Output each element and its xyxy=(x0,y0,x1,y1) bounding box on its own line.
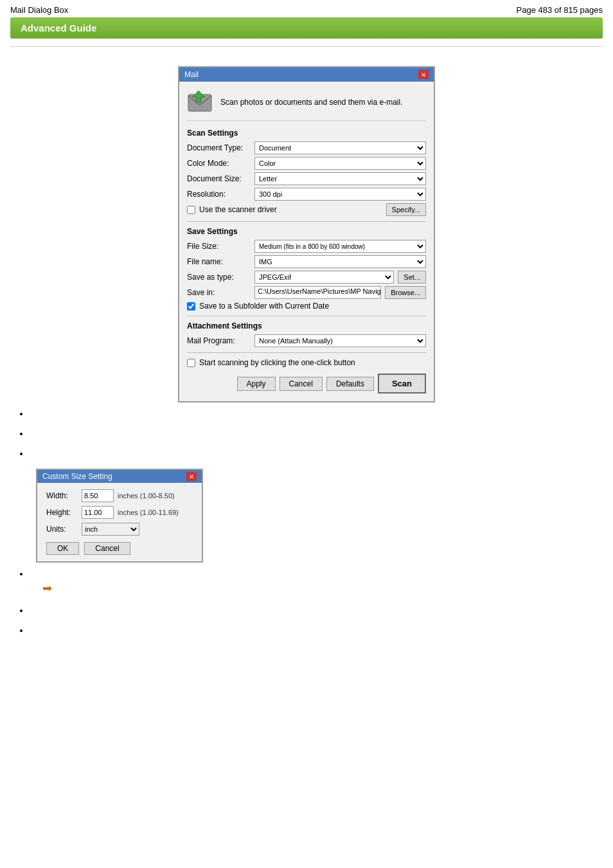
save-in-row: Save in: C:\Users\UserName\Pictures\MP N… xyxy=(187,286,426,299)
section-divider-3 xyxy=(187,352,426,353)
height-row: Height: inches (1.00-11.69) xyxy=(46,506,193,519)
width-row: Width: inches (1.00-8.50) xyxy=(46,489,193,502)
bullet-item-6 xyxy=(30,626,603,635)
file-name-row: File name: IMG xyxy=(187,255,426,268)
resolution-select[interactable]: 300 dpi xyxy=(254,188,426,201)
custom-size-dialog: Custom Size Setting ✕ Width: inches (1.0… xyxy=(36,469,203,563)
dialog-body: Scan photos or documents and send them v… xyxy=(179,82,434,401)
save-as-type-row: Save as type: JPEG/Exif Set... xyxy=(187,271,426,284)
main-content: Mail ✕ Scan photos or documents and send… xyxy=(0,55,613,651)
height-hint: inches (1.00-11.69) xyxy=(118,509,179,516)
scan-button[interactable]: Scan xyxy=(378,374,426,393)
dialog-titlebar: Mail ✕ xyxy=(179,68,434,82)
use-scanner-driver-label: Use the scanner driver xyxy=(199,205,277,214)
page-title-left: Mail Dialog Box xyxy=(10,5,68,15)
page-title-right: Page 483 of 815 pages xyxy=(517,5,603,15)
document-size-select[interactable]: Letter xyxy=(254,172,426,185)
use-scanner-driver-row: Use the scanner driver Specify... xyxy=(187,203,426,216)
save-in-label: Save in: xyxy=(187,288,254,297)
dialog-icon-row: Scan photos or documents and send them v… xyxy=(187,89,426,121)
file-size-label: File Size: xyxy=(187,242,254,251)
start-scanning-row: Start scanning by clicking the one-click… xyxy=(187,358,426,367)
specify-button[interactable]: Specify... xyxy=(386,203,426,216)
custom-dialog-title-label: Custom Size Setting xyxy=(42,472,112,481)
save-subfolder-checkbox[interactable] xyxy=(187,302,195,311)
page-header: Mail Dialog Box Page 483 of 815 pages xyxy=(0,0,613,17)
mail-program-row: Mail Program: None (Attach Manually) xyxy=(187,334,426,347)
dialog-title: Mail xyxy=(184,70,199,79)
save-as-type-select[interactable]: JPEG/Exif xyxy=(254,271,394,284)
file-size-select[interactable]: Medium (fits in a 800 by 600 window) xyxy=(254,240,426,253)
advanced-guide-banner: Advanced Guide xyxy=(10,17,603,39)
file-size-row: File Size: Medium (fits in a 800 by 600 … xyxy=(187,240,426,253)
mail-dialog: Mail ✕ Scan photos or documents and send… xyxy=(178,66,435,402)
mail-program-label: Mail Program: xyxy=(187,336,254,345)
cancel-button[interactable]: Cancel xyxy=(280,377,323,391)
units-label: Units: xyxy=(46,525,82,534)
bullet-list-2: ➡ xyxy=(10,569,603,635)
header-divider xyxy=(10,46,603,47)
bullet-item-2 xyxy=(30,429,603,439)
arrow-icon: ➡ xyxy=(42,581,603,595)
resolution-label: Resolution: xyxy=(187,190,254,199)
color-mode-select[interactable]: Color xyxy=(254,157,426,170)
mail-icon xyxy=(187,89,213,115)
set-button[interactable]: Set... xyxy=(398,271,426,284)
defaults-button[interactable]: Defaults xyxy=(326,377,374,391)
custom-cancel-button[interactable]: Cancel xyxy=(84,542,130,555)
mail-program-select[interactable]: None (Attach Manually) xyxy=(254,334,426,347)
save-in-path: C:\Users\UserName\Pictures\MP Navigat xyxy=(254,286,381,299)
scan-settings-title: Scan Settings xyxy=(187,129,426,138)
banner-label: Advanced Guide xyxy=(21,23,96,33)
save-subfolder-row: Save to a Subfolder with Current Date xyxy=(187,302,426,311)
color-mode-label: Color Mode: xyxy=(187,159,254,168)
custom-ok-button[interactable]: OK xyxy=(46,542,79,555)
document-size-row: Document Size: Letter xyxy=(187,172,426,185)
document-type-label: Document Type: xyxy=(187,143,254,152)
width-input[interactable] xyxy=(82,489,114,502)
start-scanning-label: Start scanning by clicking the one-click… xyxy=(199,358,355,367)
save-settings-title: Save Settings xyxy=(187,227,426,236)
bullet-list xyxy=(10,409,603,458)
height-input[interactable] xyxy=(82,506,114,519)
bullet-item-5 xyxy=(30,606,603,615)
file-name-label: File name: xyxy=(187,257,254,266)
bullet-item-3 xyxy=(30,449,603,458)
custom-dialog-body: Width: inches (1.00-8.50) Height: inches… xyxy=(37,483,202,561)
section-divider-1 xyxy=(187,221,426,222)
width-hint: inches (1.00-8.50) xyxy=(118,492,175,500)
units-row: Units: inch xyxy=(46,523,193,536)
bullet-item-4: ➡ xyxy=(30,569,603,595)
document-size-label: Document Size: xyxy=(187,174,254,183)
custom-dialog-buttons: OK Cancel xyxy=(46,542,193,555)
color-mode-row: Color Mode: Color xyxy=(187,157,426,170)
use-scanner-driver-checkbox[interactable] xyxy=(187,206,195,214)
custom-dialog-titlebar: Custom Size Setting ✕ xyxy=(37,470,202,483)
dialog-description: Scan photos or documents and send them v… xyxy=(220,98,403,107)
custom-dialog-close-button[interactable]: ✕ xyxy=(186,472,197,481)
save-as-type-label: Save as type: xyxy=(187,273,254,282)
width-label: Width: xyxy=(46,491,82,500)
height-label: Height: xyxy=(46,508,82,517)
bullet-item-1 xyxy=(30,409,603,419)
file-name-select[interactable]: IMG xyxy=(254,255,426,268)
start-scanning-checkbox[interactable] xyxy=(187,359,195,367)
dialog-close-button[interactable]: ✕ xyxy=(418,70,429,79)
units-select[interactable]: inch xyxy=(82,523,139,536)
section-divider-2 xyxy=(187,316,426,316)
resolution-row: Resolution: 300 dpi xyxy=(187,188,426,201)
document-type-row: Document Type: Document xyxy=(187,141,426,154)
browse-button[interactable]: Browse... xyxy=(385,286,426,299)
document-type-select[interactable]: Document xyxy=(254,141,426,154)
dialog-buttons: Apply Cancel Defaults Scan xyxy=(187,374,426,393)
apply-button[interactable]: Apply xyxy=(237,377,276,391)
save-subfolder-label: Save to a Subfolder with Current Date xyxy=(199,302,329,311)
attachment-settings-title: Attachment Settings xyxy=(187,321,426,330)
